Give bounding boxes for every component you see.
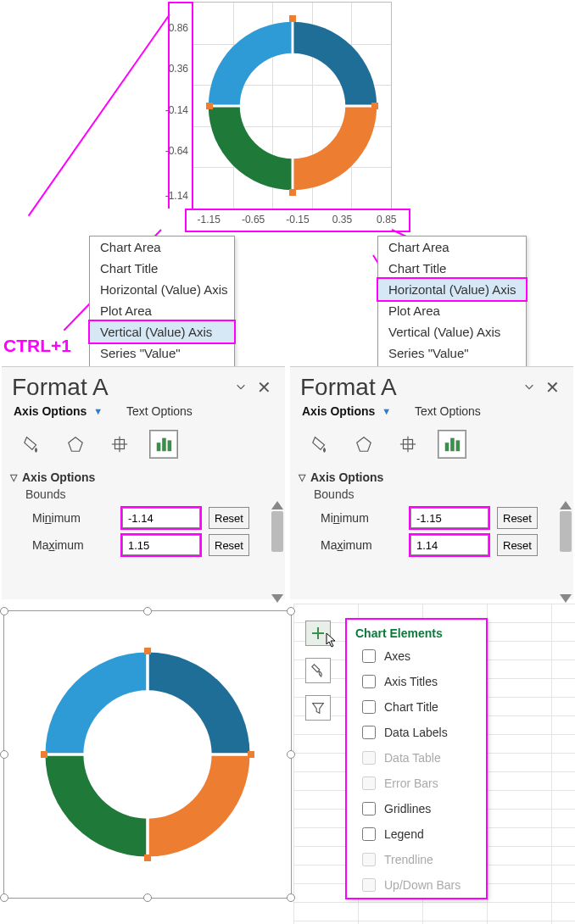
shortcut-hint: CTRL+1 bbox=[3, 336, 71, 356]
select-item-series-value[interactable]: Series "Value" bbox=[90, 342, 234, 364]
minimum-label: Minimum bbox=[32, 511, 122, 525]
bounds-label: Bounds bbox=[290, 486, 573, 504]
fill-line-icon[interactable] bbox=[17, 430, 46, 459]
data-point bbox=[206, 103, 213, 109]
selected-chart[interactable] bbox=[3, 610, 292, 899]
axis-options-icon[interactable] bbox=[149, 430, 178, 459]
top-chart: 0.86 0.36 -0.14 -0.64 -1.14 -1.15 -0.65 … bbox=[168, 2, 410, 239]
maximum-input[interactable] bbox=[410, 535, 488, 555]
chart-element-label: Data Table bbox=[384, 751, 441, 765]
reset-minimum-button[interactable]: Reset bbox=[209, 507, 249, 529]
chart-element-item[interactable]: Gridlines bbox=[347, 796, 486, 821]
chart-element-item[interactable]: Axes bbox=[347, 643, 486, 669]
data-point bbox=[41, 751, 47, 758]
select-item-series-value[interactable]: Series "Value" bbox=[378, 342, 526, 364]
chart-element-item[interactable]: Chart Title bbox=[347, 694, 486, 720]
chart-element-label: Gridlines bbox=[384, 802, 431, 815]
x-tick-label: 0.35 bbox=[332, 214, 352, 225]
horizontal-axis[interactable]: -1.15 -0.65 -0.15 0.35 0.85 bbox=[185, 209, 410, 232]
chart-element-item[interactable]: Legend bbox=[347, 821, 486, 847]
scrollbar[interactable] bbox=[560, 511, 572, 593]
chart-filters-button[interactable] bbox=[305, 695, 331, 721]
tab-text-options[interactable]: Text Options bbox=[415, 404, 481, 418]
x-tick-label: -0.65 bbox=[242, 214, 265, 225]
chart-element-item: Trendline bbox=[347, 847, 486, 872]
chart-elements-popup: Chart Elements AxesAxis TitlesChart Titl… bbox=[346, 619, 487, 899]
options-dropdown-icon[interactable] bbox=[518, 381, 540, 395]
select-item-horizontal-axis[interactable]: Horizontal (Value) Axis bbox=[90, 279, 234, 300]
data-point bbox=[144, 648, 151, 654]
select-item-plot-area[interactable]: Plot Area bbox=[378, 300, 526, 321]
chart-element-label: Trendline bbox=[384, 853, 433, 866]
axis-options-icon[interactable] bbox=[438, 430, 466, 459]
chart-element-label: Data Labels bbox=[384, 726, 448, 739]
vertical-axis[interactable]: 0.86 0.36 -0.14 -0.64 -1.14 bbox=[168, 2, 193, 209]
maximum-input[interactable] bbox=[122, 535, 200, 555]
data-point bbox=[371, 103, 378, 109]
fill-line-icon[interactable] bbox=[305, 430, 334, 459]
svg-rect-9 bbox=[162, 438, 166, 452]
chart-element-item: Data Table bbox=[347, 745, 486, 771]
select-item-chart-area[interactable]: Chart Area bbox=[378, 237, 526, 258]
y-tick-label: -0.14 bbox=[165, 104, 188, 116]
x-tick-label: -1.15 bbox=[198, 214, 221, 225]
chart-element-checkbox[interactable] bbox=[362, 700, 376, 714]
close-pane-button[interactable]: ✕ bbox=[252, 376, 276, 399]
format-axis-pane: Format A ✕ Axis Options ▼ Text Options ▽… bbox=[290, 366, 573, 599]
select-item-chart-area[interactable]: Chart Area bbox=[90, 237, 234, 258]
minimum-input[interactable] bbox=[122, 508, 200, 528]
y-tick-label: 0.36 bbox=[169, 63, 188, 75]
size-properties-icon[interactable] bbox=[394, 430, 422, 459]
bounds-label: Bounds bbox=[2, 486, 285, 504]
select-item-vertical-axis[interactable]: Vertical (Value) Axis bbox=[378, 321, 526, 342]
chart-element-checkbox bbox=[362, 853, 376, 866]
svg-rect-10 bbox=[168, 440, 172, 451]
cursor-icon bbox=[326, 632, 338, 651]
x-tick-label: -0.15 bbox=[286, 214, 309, 225]
chevron-down-icon[interactable]: ▼ bbox=[382, 406, 391, 416]
maximum-label: Maximum bbox=[32, 538, 122, 552]
chart-element-label: Legend bbox=[384, 827, 424, 841]
data-point bbox=[144, 854, 151, 861]
chart-element-checkbox[interactable] bbox=[362, 649, 376, 663]
chart-element-checkbox[interactable] bbox=[362, 726, 376, 739]
y-tick-label: -1.14 bbox=[165, 190, 188, 202]
chart-element-checkbox[interactable] bbox=[362, 802, 376, 815]
size-properties-icon[interactable] bbox=[105, 430, 134, 459]
reset-minimum-button[interactable]: Reset bbox=[497, 507, 538, 529]
chart-element-item[interactable]: Axis Titles bbox=[347, 669, 486, 694]
data-point bbox=[289, 15, 296, 22]
chart-element-checkbox[interactable] bbox=[362, 827, 376, 841]
chart-element-item[interactable]: Data Labels bbox=[347, 720, 486, 745]
chart-element-selector[interactable]: Chart Area Chart Title Horizontal (Value… bbox=[377, 236, 527, 386]
minimum-input[interactable] bbox=[410, 508, 488, 528]
section-axis-options[interactable]: ▽Axis Options bbox=[2, 459, 285, 486]
pane-title: Format A bbox=[300, 374, 397, 401]
chart-element-selector[interactable]: Chart Area Chart Title Horizontal (Value… bbox=[89, 236, 235, 386]
select-item-horizontal-axis[interactable]: Horizontal (Value) Axis bbox=[377, 277, 528, 302]
close-pane-button[interactable]: ✕ bbox=[540, 376, 565, 399]
maximum-label: Maximum bbox=[321, 538, 410, 552]
chart-element-label: Axes bbox=[384, 649, 410, 663]
effects-icon[interactable] bbox=[61, 430, 90, 459]
reset-maximum-button[interactable]: Reset bbox=[209, 534, 249, 556]
section-axis-options[interactable]: ▽Axis Options bbox=[290, 459, 573, 486]
chart-element-checkbox[interactable] bbox=[362, 675, 376, 688]
chart-styles-button[interactable] bbox=[305, 658, 331, 683]
select-item-vertical-axis[interactable]: Vertical (Value) Axis bbox=[88, 320, 236, 344]
tab-axis-options[interactable]: Axis Options bbox=[302, 404, 375, 418]
tab-text-options[interactable]: Text Options bbox=[126, 404, 193, 418]
tab-axis-options[interactable]: Axis Options bbox=[14, 404, 87, 418]
reset-maximum-button[interactable]: Reset bbox=[497, 534, 538, 556]
effects-icon[interactable] bbox=[349, 430, 378, 459]
select-item-chart-title[interactable]: Chart Title bbox=[90, 258, 234, 279]
scrollbar[interactable] bbox=[271, 511, 283, 593]
select-item-plot-area[interactable]: Plot Area bbox=[90, 300, 234, 321]
chart-element-label: Error Bars bbox=[384, 776, 438, 790]
options-dropdown-icon[interactable] bbox=[230, 381, 252, 395]
select-item-chart-title[interactable]: Chart Title bbox=[378, 258, 526, 279]
doughnut-chart bbox=[202, 15, 383, 197]
chevron-down-icon[interactable]: ▼ bbox=[93, 406, 103, 416]
chart-element-checkbox bbox=[362, 776, 376, 790]
chart-element-checkbox bbox=[362, 878, 376, 892]
